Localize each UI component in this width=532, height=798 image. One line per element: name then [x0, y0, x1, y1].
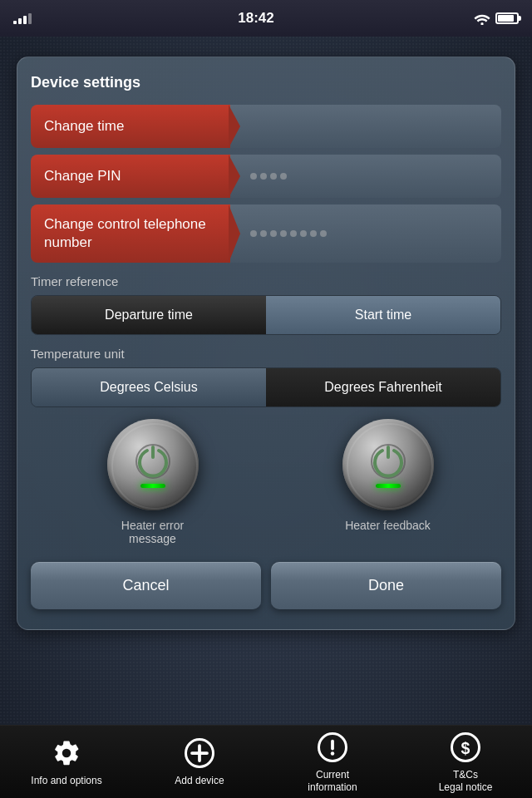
change-phone-value — [230, 204, 501, 263]
wifi-icon — [474, 12, 490, 25]
heater-error-container: Heater error message — [99, 419, 207, 545]
svg-point-0 — [480, 22, 483, 25]
device-settings-panel: Device settings Change time Change PIN C… — [17, 57, 515, 630]
departure-time-button[interactable]: Departure time — [32, 296, 266, 334]
signal-bars — [13, 13, 32, 24]
change-pin-button[interactable]: Change PIN — [31, 155, 230, 198]
status-right — [474, 12, 519, 25]
exclamation-icon — [316, 731, 349, 764]
nav-item-tandc[interactable]: $ T&Cs Legal notice — [399, 731, 532, 793]
heater-error-knob[interactable] — [107, 419, 199, 510]
bottom-nav: Info and options Add device Current info… — [0, 725, 532, 798]
change-phone-row: Change control telephone number — [31, 204, 501, 263]
heater-error-label: Heater error message — [99, 519, 207, 545]
power-indicator-error — [140, 484, 165, 488]
action-buttons: Cancel Done — [31, 562, 501, 609]
power-buttons-row: Heater error message Heater feedback — [31, 419, 501, 545]
change-time-row: Change time — [31, 105, 501, 148]
heater-feedback-knob[interactable] — [342, 419, 434, 510]
phone-dots — [250, 230, 327, 237]
clock: 18:42 — [238, 10, 273, 27]
temperature-unit-label: Temperature unit — [31, 347, 501, 361]
status-left — [13, 13, 38, 24]
cancel-button[interactable]: Cancel — [31, 562, 261, 609]
start-time-button[interactable]: Start time — [266, 296, 500, 334]
nav-item-add-device[interactable]: Add device — [133, 736, 266, 786]
change-pin-row: Change PIN — [31, 155, 501, 198]
temperature-unit-toggle: Degrees Celsius Degrees Fahrenheit — [31, 367, 501, 407]
nav-item-info-options[interactable]: Info and options — [0, 736, 133, 786]
timer-reference-label: Timer reference — [31, 274, 501, 288]
pin-dots — [250, 173, 287, 180]
done-button[interactable]: Done — [271, 562, 501, 609]
power-indicator-feedback — [376, 484, 401, 488]
nav-label-add-device: Add device — [175, 775, 224, 786]
svg-text:$: $ — [461, 739, 470, 757]
change-phone-button[interactable]: Change control telephone number — [31, 204, 230, 263]
svg-point-10 — [331, 751, 335, 756]
change-pin-value — [230, 155, 501, 198]
celsius-button[interactable]: Degrees Celsius — [32, 368, 266, 406]
change-time-value — [230, 105, 501, 148]
main-content: Device settings Change time Change PIN C… — [0, 37, 532, 725]
timer-reference-toggle: Departure time Start time — [31, 295, 501, 335]
change-time-button[interactable]: Change time — [31, 105, 230, 148]
heater-feedback-label: Heater feedback — [345, 519, 431, 532]
power-symbol-error — [134, 442, 172, 480]
status-bar: 18:42 — [0, 0, 532, 37]
heater-feedback-container: Heater feedback — [342, 419, 434, 545]
nav-item-current-info[interactable]: Current information — [266, 731, 399, 793]
nav-label-info-options: Info and options — [31, 775, 101, 786]
nav-label-tandc: T&Cs Legal notice — [439, 769, 493, 793]
dollar-icon: $ — [449, 731, 482, 764]
gear-icon — [50, 736, 83, 770]
fahrenheit-button[interactable]: Degrees Fahrenheit — [266, 368, 500, 406]
nav-label-current-info: Current information — [308, 769, 357, 793]
panel-title: Device settings — [31, 74, 501, 91]
plus-icon — [183, 736, 216, 770]
battery-icon — [495, 12, 519, 24]
power-symbol-feedback — [369, 442, 407, 480]
